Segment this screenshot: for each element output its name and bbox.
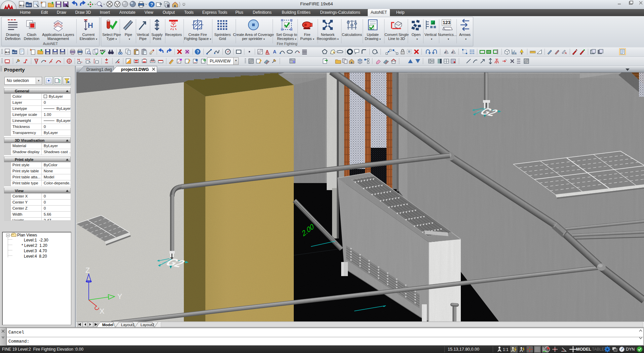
svg-text:Level:3 4.70: Level:3 4.70	[24, 249, 47, 253]
svg-text:Drawing1.dwg: Drawing1.dwg	[86, 67, 112, 72]
svg-text:?: ?	[151, 2, 153, 7]
svg-text:Level:4 8.20: Level:4 8.20	[24, 254, 47, 259]
svg-text:BLD: BLD	[12, 51, 17, 53]
svg-text:BLD: BLD	[19, 4, 24, 7]
svg-text:RCIS: RCIS	[61, 52, 65, 54]
svg-text:Layout1: Layout1	[121, 323, 135, 327]
svg-text:1:1: 1:1	[503, 347, 509, 352]
svg-text:Layout2: Layout2	[140, 323, 154, 327]
svg-text:?: ?	[197, 50, 199, 54]
svg-text:RCIS: RCIS	[53, 52, 58, 54]
svg-text:BLD: BLD	[26, 4, 31, 6]
svg-text:A: A	[266, 49, 269, 54]
svg-text:Level:1 -2.30: Level:1 -2.30	[24, 238, 48, 242]
svg-text:Model: Model	[102, 323, 113, 327]
svg-text:BLD: BLD	[5, 51, 10, 53]
svg-text:Y: Y	[117, 292, 122, 301]
svg-text:project3.DWG: project3.DWG	[121, 67, 149, 72]
svg-text:Plan Views: Plan Views	[17, 233, 37, 237]
svg-text:* Level:2 1.20: * Level:2 1.20	[22, 243, 47, 248]
svg-text:X: X	[99, 307, 105, 315]
svg-text:123: 123	[443, 20, 451, 25]
svg-text:H: H	[88, 21, 93, 30]
svg-text:A: A	[273, 49, 276, 54]
svg-text:Z: Z	[85, 266, 90, 274]
svg-text:A: A	[565, 51, 567, 55]
